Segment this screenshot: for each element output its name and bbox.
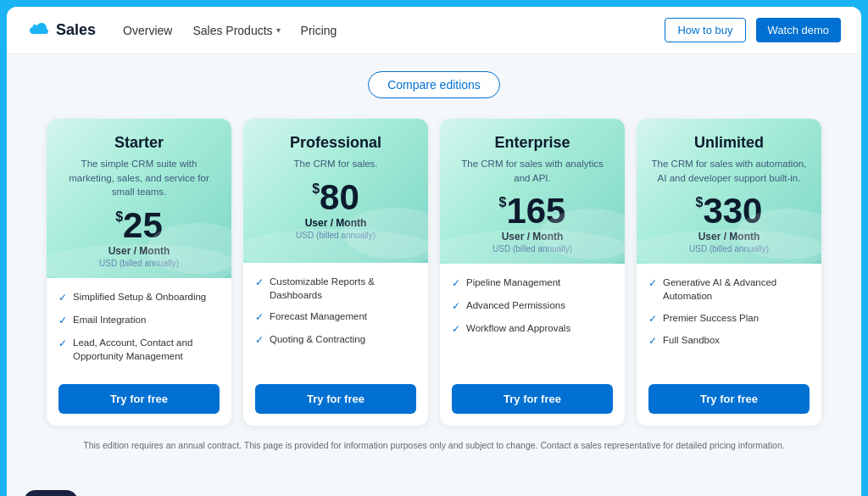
enterprise-card-body: ✓Pipeline Management ✓Advanced Permissio… [440, 264, 625, 425]
starter-card-header: Starter The simple CRM suite with market… [47, 119, 231, 278]
list-item: ✓Advanced Permissions [452, 298, 613, 314]
enterprise-period: User / Month [453, 231, 611, 242]
list-item: ✓Pipeline Management [452, 276, 613, 291]
professional-cta-button[interactable]: Try for free [255, 384, 416, 414]
starter-description: The simple CRM suite with marketing, sal… [60, 157, 218, 199]
brand-name: Sales [56, 21, 96, 39]
starter-card-body: ✓Simplified Setup & Onboarding ✓Email In… [47, 278, 231, 426]
how-to-buy-button[interactable]: How to buy [665, 18, 745, 42]
list-item: ✓Customizable Reports & Dashboards [255, 275, 416, 302]
list-item: ✓Forecast Management [255, 309, 416, 325]
nav-pricing[interactable]: Pricing [301, 24, 337, 37]
list-item: ✓Simplified Setup & Onboarding [58, 290, 220, 305]
check-icon: ✓ [255, 310, 264, 325]
list-item: ✓Quoting & Contracting [255, 332, 416, 348]
starter-note: USD (billed annually) [60, 259, 218, 268]
nav-overview[interactable]: Overview [123, 24, 172, 37]
unlimited-price: $330 [650, 193, 808, 229]
check-icon: ✓ [452, 322, 460, 337]
professional-note: USD (billed annually) [257, 231, 415, 240]
list-item: ✓Premier Success Plan [648, 311, 810, 326]
enterprise-description: The CRM for sales with analytics and API… [453, 157, 611, 185]
check-icon: ✓ [648, 276, 657, 291]
unlimited-period: User / Month [650, 231, 808, 242]
salesforce-logo [27, 21, 51, 40]
unlimited-description: The CRM for sales with automation, AI an… [650, 157, 808, 185]
check-icon: ✓ [58, 337, 67, 351]
professional-features: ✓Customizable Reports & Dashboards ✓Fore… [255, 275, 416, 371]
enterprise-features: ✓Pipeline Management ✓Advanced Permissio… [452, 276, 613, 370]
compare-editions-button[interactable]: Compare editions [368, 71, 500, 98]
check-icon: ✓ [255, 276, 264, 290]
enterprise-card: Enterprise The CRM for sales with analyt… [440, 119, 625, 426]
enterprise-plan-name: Enterprise [453, 134, 611, 152]
starter-card: Starter The simple CRM suite with market… [47, 119, 231, 426]
header: Sales Overview Sales Products ▾ Pricing … [7, 7, 861, 54]
enterprise-cta-button[interactable]: Try for free [452, 384, 613, 414]
check-icon: ✓ [452, 276, 460, 291]
list-item: ✓Email Integration [58, 313, 220, 328]
starter-cta-button[interactable]: Try for free [58, 384, 220, 414]
enterprise-price: $165 [453, 193, 611, 229]
bottom-bar: 📦 Onethread 🤖 Let's Chat [7, 466, 861, 496]
onethread-badge: 📦 Onethread [24, 490, 78, 496]
pricing-cards-row: Starter The simple CRM suite with market… [34, 119, 834, 426]
check-icon: ✓ [58, 291, 67, 305]
list-item: ✓Full Sandbox [648, 333, 810, 348]
unlimited-features: ✓Generative AI & Advanced Automation ✓Pr… [648, 276, 810, 370]
starter-plan-name: Starter [60, 134, 218, 152]
professional-card-body: ✓Customizable Reports & Dashboards ✓Fore… [243, 263, 428, 426]
watch-demo-button[interactable]: Watch demo [756, 18, 842, 42]
professional-price: $80 [257, 180, 415, 215]
unlimited-cta-button[interactable]: Try for free [648, 384, 810, 414]
list-item: ✓Workflow and Approvals [452, 321, 613, 337]
main-nav: Overview Sales Products ▾ Pricing [123, 24, 665, 37]
main-content: Compare editions Starter The simple CRM … [7, 54, 861, 466]
logo-area: Sales [27, 21, 96, 40]
starter-period: User / Month [60, 245, 218, 257]
starter-price: $25 [60, 208, 218, 243]
unlimited-note: USD (billed annually) [650, 244, 808, 254]
check-icon: ✓ [452, 299, 460, 314]
footer-disclaimer: This edition requires an annual contract… [34, 439, 834, 453]
chevron-down-icon: ▾ [276, 25, 281, 35]
unlimited-card: Unlimited The CRM for sales with automat… [637, 119, 821, 426]
compare-wrapper: Compare editions [34, 71, 834, 98]
unlimited-card-body: ✓Generative AI & Advanced Automation ✓Pr… [637, 264, 821, 425]
header-actions: How to buy Watch demo [665, 18, 841, 42]
list-item: ✓Generative AI & Advanced Automation [648, 276, 810, 303]
unlimited-plan-name: Unlimited [650, 134, 808, 152]
professional-card-header: Professional The CRM for sales. $80 User… [243, 119, 428, 263]
professional-period: User / Month [257, 217, 415, 229]
professional-plan-name: Professional [257, 134, 415, 152]
nav-products[interactable]: Sales Products ▾ [192, 24, 280, 37]
check-icon: ✓ [648, 334, 657, 348]
unlimited-card-header: Unlimited The CRM for sales with automat… [637, 119, 821, 264]
enterprise-note: USD (billed annually) [453, 244, 611, 254]
professional-card: Professional The CRM for sales. $80 User… [243, 119, 428, 426]
list-item: ✓Lead, Account, Contact and Opportunity … [58, 336, 220, 363]
professional-description: The CRM for sales. [257, 157, 415, 171]
check-icon: ✓ [58, 314, 67, 328]
check-icon: ✓ [255, 333, 264, 348]
check-icon: ✓ [648, 312, 657, 326]
enterprise-card-header: Enterprise The CRM for sales with analyt… [440, 119, 625, 264]
starter-features: ✓Simplified Setup & Onboarding ✓Email In… [58, 290, 220, 371]
